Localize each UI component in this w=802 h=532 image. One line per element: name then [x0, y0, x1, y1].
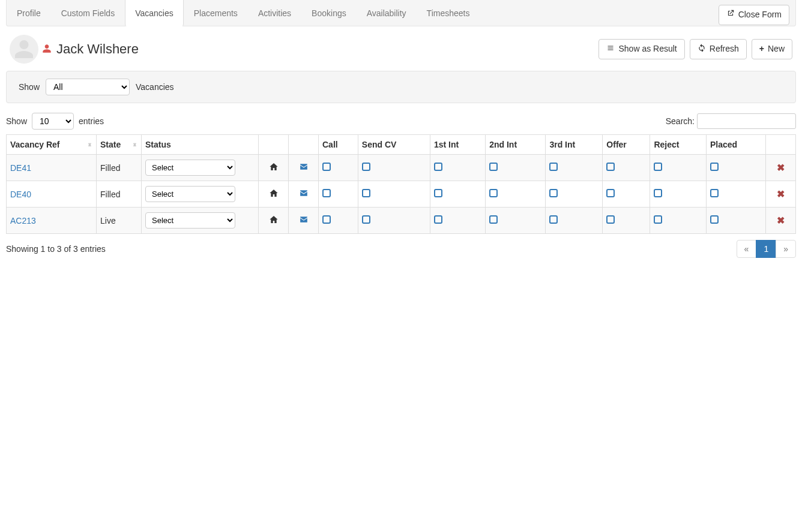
filter-panel: Show All Vacancies — [6, 71, 796, 103]
table-footer: Showing 1 to 3 of 3 entries «1» — [6, 240, 796, 258]
col-3rd-int: 3rd Int — [546, 135, 603, 155]
col-placed: Placed — [707, 135, 766, 155]
tab-placements[interactable]: Placements — [184, 0, 248, 26]
col-state[interactable]: State▲▼ — [97, 135, 142, 155]
list-icon — [606, 43, 615, 55]
mail-icon[interactable] — [298, 163, 309, 173]
tab-bookings[interactable]: Bookings — [301, 0, 357, 26]
vacancy-ref-link[interactable]: DE40 — [10, 190, 31, 199]
checkbox-2nd-int[interactable] — [489, 163, 498, 171]
filter-show-label: Show — [19, 82, 40, 92]
checkbox-reject[interactable] — [654, 189, 662, 197]
checkbox-1st-int[interactable] — [434, 163, 442, 171]
entries-suffix: entries — [79, 116, 104, 126]
col-status: Status — [142, 135, 259, 155]
checkbox-3rd-int[interactable] — [549, 215, 558, 224]
checkbox-offer[interactable] — [606, 189, 615, 197]
checkbox-2nd-int[interactable] — [489, 189, 498, 197]
col-1st-int: 1st Int — [430, 135, 485, 155]
table-row: DE40FilledSelect✖ — [7, 181, 796, 208]
refresh-label: Refresh — [710, 43, 739, 55]
show-as-result-label: Show as Result — [618, 43, 677, 55]
checkbox-send-cv[interactable] — [362, 163, 370, 171]
tab-availability[interactable]: Availability — [357, 0, 417, 26]
col-blank-4 — [289, 135, 319, 155]
mail-icon[interactable] — [298, 216, 309, 226]
tab-custom-fields[interactable]: Custom Fields — [51, 0, 125, 26]
checkbox-send-cv[interactable] — [362, 215, 370, 224]
page-next[interactable]: » — [776, 240, 796, 258]
filter-dropdown[interactable]: All — [46, 79, 130, 95]
home-icon[interactable] — [269, 164, 279, 173]
page-1[interactable]: 1 — [756, 240, 776, 258]
page-prev[interactable]: « — [737, 240, 757, 258]
checkbox-placed[interactable] — [710, 163, 719, 171]
plus-icon: + — [759, 43, 764, 55]
refresh-button[interactable]: Refresh — [690, 39, 747, 59]
close-form-button[interactable]: Close Form — [719, 5, 789, 25]
vacancy-ref-link[interactable]: AC213 — [10, 216, 36, 226]
col-2nd-int: 2nd Int — [486, 135, 546, 155]
tab-activities[interactable]: Activities — [248, 0, 301, 26]
search-input[interactable] — [697, 113, 796, 129]
person-icon — [42, 43, 52, 56]
checkbox-call[interactable] — [322, 215, 331, 224]
new-label: New — [768, 43, 785, 55]
checkbox-offer[interactable] — [606, 215, 615, 224]
entries-select[interactable]: 10 — [32, 113, 74, 130]
tab-timesheets[interactable]: Timesheets — [417, 0, 480, 26]
show-as-result-button[interactable]: Show as Result — [598, 39, 684, 59]
vacancy-ref-link[interactable]: DE41 — [10, 163, 31, 173]
col-blank-13 — [766, 135, 796, 155]
col-vacancy-ref[interactable]: Vacancy Ref▲▼ — [7, 135, 97, 155]
table-row: DE41FilledSelect✖ — [7, 155, 796, 181]
search-label: Search: — [666, 116, 695, 126]
tab-profile[interactable]: Profile — [7, 0, 51, 26]
col-offer: Offer — [603, 135, 650, 155]
tab-vacancies[interactable]: Vacancies — [125, 0, 184, 26]
checkbox-placed[interactable] — [710, 189, 719, 197]
status-select[interactable]: Select — [145, 160, 235, 176]
status-select[interactable]: Select — [145, 186, 235, 202]
checkbox-offer[interactable] — [606, 163, 615, 171]
close-form-label: Close Form — [738, 9, 782, 21]
checkbox-reject[interactable] — [654, 215, 662, 224]
delete-icon[interactable]: ✖ — [777, 189, 785, 199]
checkbox-3rd-int[interactable] — [549, 189, 558, 197]
state-cell: Live — [97, 208, 142, 234]
checkbox-send-cv[interactable] — [362, 189, 370, 197]
pagination: «1» — [737, 240, 796, 258]
state-cell: Filled — [97, 155, 142, 181]
new-button[interactable]: + New — [752, 39, 792, 59]
table-row: AC213LiveSelect✖ — [7, 208, 796, 234]
home-icon[interactable] — [269, 190, 279, 200]
filter-suffix: Vacancies — [136, 82, 174, 92]
home-icon[interactable] — [269, 217, 279, 226]
top-bar: ProfileCustom FieldsVacanciesPlacementsA… — [6, 0, 796, 26]
page-title: Jack Wilshere — [56, 41, 139, 57]
delete-icon[interactable]: ✖ — [777, 215, 785, 226]
header-row: Jack Wilshere Show as Result Refresh + N… — [6, 26, 796, 67]
mail-icon[interactable] — [298, 190, 309, 199]
refresh-icon — [698, 43, 706, 55]
export-icon — [726, 9, 735, 21]
checkbox-3rd-int[interactable] — [549, 163, 558, 171]
state-cell: Filled — [97, 181, 142, 208]
entries-show-label: Show — [6, 116, 27, 126]
checkbox-call[interactable] — [322, 163, 331, 171]
checkbox-reject[interactable] — [654, 163, 662, 171]
checkbox-placed[interactable] — [710, 215, 719, 224]
checkbox-2nd-int[interactable] — [489, 215, 498, 224]
col-send-cv: Send CV — [358, 135, 430, 155]
status-select[interactable]: Select — [145, 212, 235, 229]
col-blank-3 — [259, 135, 289, 155]
table-controls: Show 10 entries Search: — [6, 113, 796, 130]
delete-icon[interactable]: ✖ — [777, 163, 785, 173]
checkbox-call[interactable] — [322, 189, 331, 197]
vacancies-table: Vacancy Ref▲▼State▲▼StatusCallSend CV1st… — [6, 134, 796, 234]
col-reject: Reject — [650, 135, 707, 155]
avatar — [10, 35, 38, 64]
checkbox-1st-int[interactable] — [434, 215, 442, 224]
checkbox-1st-int[interactable] — [434, 189, 442, 197]
col-call: Call — [319, 135, 358, 155]
